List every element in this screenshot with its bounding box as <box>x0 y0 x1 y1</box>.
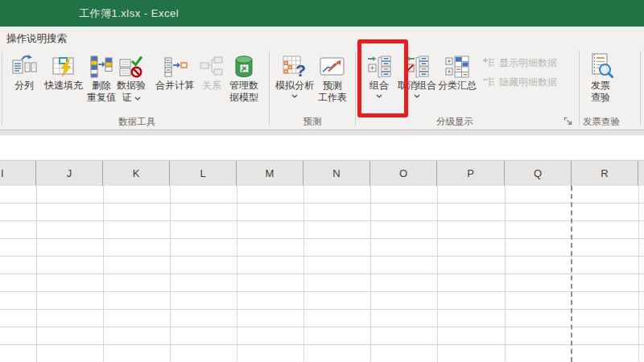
outline-dialog-launcher[interactable] <box>564 117 573 126</box>
group-separator <box>355 51 356 125</box>
hide-detail-label: 隐藏明细数据 <box>499 76 557 88</box>
ungroup-icon <box>404 50 430 80</box>
tell-me-search-box[interactable]: 操作说明搜索 <box>6 32 67 46</box>
svg-text:?: ? <box>295 61 306 80</box>
forecast-sheet-label-line1: 预测 <box>323 80 342 92</box>
what-if-analysis-icon: ? <box>282 50 308 80</box>
show-detail-label: 显示明细数据 <box>499 57 557 69</box>
group-separator <box>269 51 270 125</box>
column-header-P[interactable]: P <box>437 161 505 186</box>
group-button[interactable]: 组合 <box>362 50 396 127</box>
group-label-data-tools: 数据工具 <box>97 116 177 128</box>
grid-line <box>505 186 506 362</box>
grid-line <box>303 186 304 362</box>
group-label-forecast: 预测 <box>288 116 336 128</box>
grid-line <box>437 186 438 362</box>
group-separator <box>2 51 2 125</box>
manage-data-model-icon <box>231 50 257 80</box>
group-label: 组合 <box>369 80 389 92</box>
show-detail-button: 显示明细数据 <box>482 56 557 70</box>
data-validation-label-line1: 数据验 <box>117 80 146 92</box>
ribbon: 操作说明搜索 分列 <box>0 27 644 130</box>
relationships-label: 关系 <box>202 80 221 92</box>
column-header-N[interactable]: N <box>303 161 370 186</box>
excel-window: 工作簿1.xlsx - Excel 操作说明搜索 <box>0 0 644 362</box>
group-label-invoice: 发票查验 <box>576 116 626 128</box>
spreadsheet-grid[interactable] <box>0 186 644 362</box>
ungroup-label: 取消组合 <box>398 80 436 92</box>
consolidate-icon <box>162 50 188 80</box>
consolidate-label: 合并计算 <box>155 80 194 92</box>
group-separator <box>579 51 580 125</box>
chevron-down-icon <box>291 94 298 98</box>
text-to-columns-button[interactable]: 分列 <box>6 50 42 127</box>
forecast-sheet-label-line2: 工作表 <box>318 92 347 104</box>
text-to-columns-label: 分列 <box>14 80 34 92</box>
invoice-check-label-line1: 发票 <box>591 80 610 92</box>
grid-line <box>237 186 237 362</box>
title-bar: 工作簿1.xlsx - Excel <box>0 0 644 27</box>
chevron-down-icon <box>134 97 141 101</box>
subtotal-icon <box>444 50 470 80</box>
grid-line <box>103 186 104 362</box>
group-icon <box>366 50 392 80</box>
manage-data-model-button[interactable]: 管理数 据模型 <box>225 50 262 127</box>
hide-detail-button: 隐藏明细数据 <box>482 75 557 89</box>
grid-line <box>36 186 37 362</box>
manage-data-model-label-line2: 据模型 <box>229 92 258 104</box>
window-title: 工作簿1.xlsx - Excel <box>79 6 179 21</box>
column-header-R[interactable]: R <box>572 161 638 186</box>
relationships-button: 关系 <box>200 50 224 127</box>
chevron-down-icon <box>414 94 420 98</box>
column-header-M[interactable]: M <box>237 161 303 186</box>
invoice-check-icon <box>587 50 614 80</box>
grid-line <box>638 186 639 362</box>
page-break-dashed-line <box>571 186 572 362</box>
what-if-analysis-label: 模拟分析 <box>275 80 314 92</box>
text-to-columns-icon <box>11 50 37 80</box>
group-separator <box>640 51 641 125</box>
grid-line <box>370 186 371 362</box>
formula-bar-strip[interactable] <box>0 130 644 161</box>
flash-fill-icon <box>51 50 76 80</box>
chevron-down-icon <box>376 94 382 98</box>
column-header-J[interactable]: J <box>36 161 103 186</box>
flash-fill-label: 快速填充 <box>44 80 83 92</box>
hide-detail-icon <box>482 76 495 88</box>
invoice-check-label-line2: 查验 <box>591 92 610 104</box>
remove-duplicates-label-line2: 重复值 <box>87 92 116 104</box>
column-header-L[interactable]: L <box>170 161 237 186</box>
group-label-outline: 分级显示 <box>419 116 491 128</box>
flash-fill-button[interactable]: 快速填充 <box>40 50 87 127</box>
remove-duplicates-label-line1: 删除 <box>92 80 111 92</box>
data-validation-label-line2: 证 <box>122 92 132 104</box>
grid-line <box>170 186 171 362</box>
column-header-row: I J K L M N O P Q R <box>0 160 644 187</box>
remove-duplicates-icon <box>89 50 114 80</box>
column-header-K[interactable]: K <box>103 161 170 186</box>
column-header-I[interactable]: I <box>0 161 36 186</box>
data-validation-icon <box>118 50 144 80</box>
subtotal-label: 分类汇总 <box>438 80 477 92</box>
forecast-sheet-icon <box>319 50 346 80</box>
relationships-icon <box>200 50 224 80</box>
manage-data-model-label-line1: 管理数 <box>229 80 258 92</box>
column-header-Q[interactable]: Q <box>505 161 572 186</box>
show-detail-icon <box>482 57 495 68</box>
column-header-O[interactable]: O <box>370 161 437 186</box>
